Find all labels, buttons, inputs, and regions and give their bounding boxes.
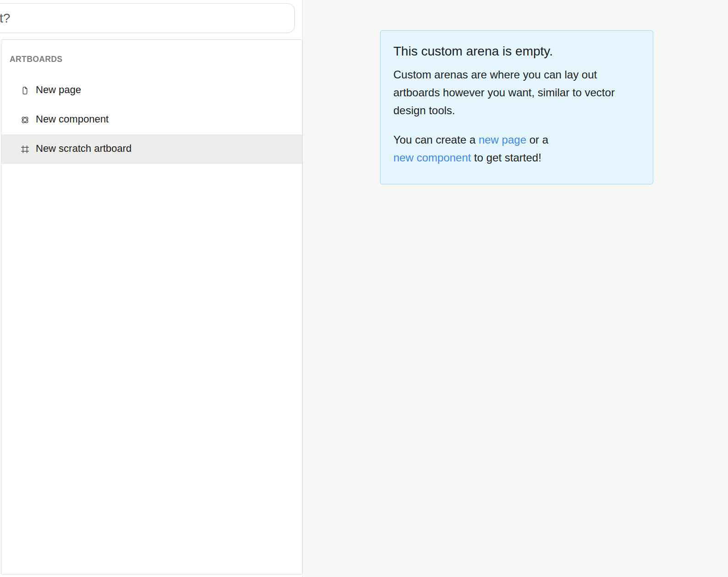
infobox-title: This custom arena is empty. [393, 43, 640, 60]
arena-canvas: This custom arena is empty. Custom arena… [303, 0, 728, 577]
infobox-cta: You can create a new page or a new compo… [393, 131, 640, 166]
cta-text: or a [526, 133, 548, 146]
cta-text: You can create a [393, 133, 479, 146]
menu-item-label: New component [36, 114, 109, 125]
menu-item-new-page[interactable]: New page [1, 76, 302, 105]
create-dropdown-panel: ARTBOARDS New page New component [1, 39, 303, 575]
infobox-description: Custom arenas are where you can lay out … [393, 66, 640, 119]
new-component-link[interactable]: new component [393, 151, 471, 164]
menu-item-new-scratch-artboard[interactable]: New scratch artboard [1, 134, 302, 164]
artboard-icon [20, 144, 30, 154]
dropdown-item-list: New page New component New scratch artbo… [1, 76, 302, 164]
infobox-cta-line: You can create a new page or a [393, 131, 640, 149]
empty-arena-infobox: This custom arena is empty. Custom arena… [380, 30, 653, 184]
search-input[interactable] [0, 3, 295, 33]
menu-item-label: New page [36, 85, 81, 96]
infobox-description-line: Custom arenas are where you can lay out [393, 66, 640, 83]
cta-text: to get started! [471, 151, 541, 164]
menu-item-new-component[interactable]: New component [1, 105, 302, 134]
infobox-description-line: design tools. [393, 101, 640, 119]
new-page-link[interactable]: new page [479, 133, 526, 146]
infobox-description-line: artboards however you want, similar to v… [393, 83, 640, 101]
component-icon [20, 115, 30, 125]
left-sidebar: ARTBOARDS New page New component [0, 0, 303, 577]
page-icon [20, 86, 30, 95]
menu-item-label: New scratch artboard [36, 144, 132, 155]
infobox-cta-line: new component to get started! [393, 149, 640, 166]
artboards-section-label: ARTBOARDS [10, 55, 62, 64]
